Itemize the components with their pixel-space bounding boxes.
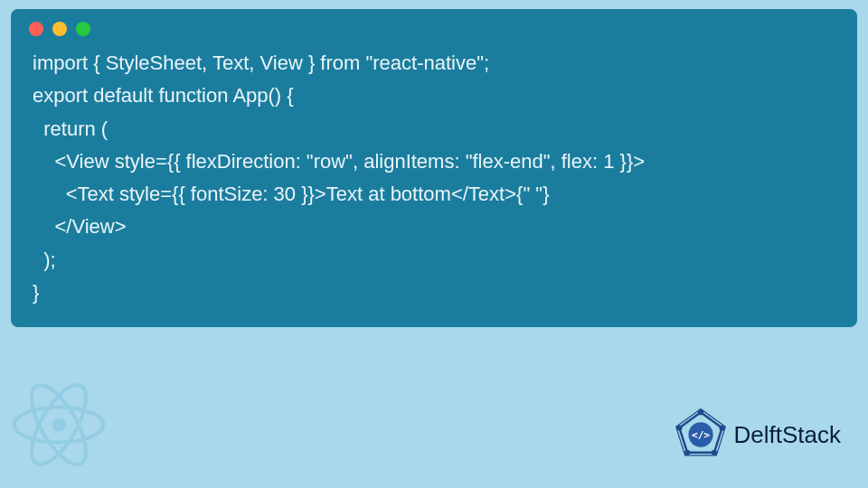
- code-line: export default function App() {: [33, 84, 294, 107]
- code-line: }: [33, 281, 39, 304]
- code-content: import { StyleSheet, Text, View } from "…: [13, 43, 855, 325]
- brand-logo-icon: </>: [673, 407, 729, 463]
- svg-point-10: [676, 425, 682, 430]
- react-watermark-icon: [0, 371, 118, 479]
- svg-point-7: [719, 425, 724, 430]
- code-line: </View>: [33, 215, 127, 238]
- svg-text:</>: </>: [691, 429, 709, 441]
- svg-point-9: [684, 450, 690, 455]
- brand-name: DelftStack: [734, 421, 842, 449]
- window-titlebar: [13, 11, 855, 43]
- svg-point-6: [697, 409, 703, 415]
- code-line: <Text style={{ fontSize: 30 }}>Text at b…: [33, 183, 549, 205]
- code-window: import { StyleSheet, Text, View } from "…: [11, 9, 857, 327]
- code-line: );: [33, 249, 56, 271]
- code-line: import { StyleSheet, Text, View } from "…: [33, 52, 489, 74]
- minimize-icon[interactable]: [52, 22, 67, 36]
- code-line: return (: [33, 117, 108, 140]
- maximize-icon[interactable]: [76, 22, 90, 36]
- svg-point-8: [711, 450, 716, 455]
- svg-point-3: [52, 418, 66, 432]
- brand: </> DelftStack: [673, 407, 842, 463]
- code-line: <View style={{ flexDirection: "row", ali…: [33, 150, 645, 173]
- close-icon[interactable]: [29, 22, 43, 36]
